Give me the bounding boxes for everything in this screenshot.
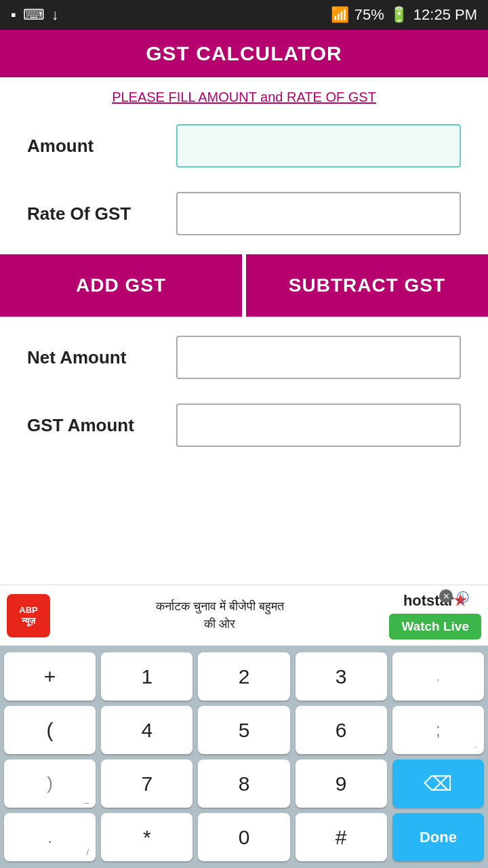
signal-strength: 75%	[354, 6, 384, 24]
wifi-icon: 📶	[331, 6, 349, 24]
key-1[interactable]: 1	[101, 652, 192, 701]
status-bar: ▪ ⌨ ↓ 📶 75% 🔋 12:25 PM	[0, 0, 488, 30]
ad-logo-line2: न्यूज़	[19, 616, 37, 627]
key-3[interactable]: 3	[296, 652, 387, 701]
key-6[interactable]: 6	[296, 706, 387, 754]
ad-info-icon[interactable]: ⓘ	[457, 589, 469, 606]
download-icon: ↓	[52, 6, 59, 24]
watch-live-button[interactable]: Watch Live	[389, 614, 481, 639]
key-7[interactable]: 7	[101, 760, 192, 808]
ad-banner: ABP न्यूज़ कर्नाटक चुनाव में बीजेपी बहुम…	[0, 585, 488, 646]
key-comma[interactable]: ,	[392, 652, 484, 701]
key-hash[interactable]: #	[296, 813, 387, 861]
key-period[interactable]: ./	[4, 813, 96, 861]
key-2[interactable]: 2	[198, 652, 289, 701]
amount-label: Amount	[27, 136, 176, 157]
status-left-icons: ▪ ⌨ ↓	[11, 6, 59, 24]
subtract-gst-button[interactable]: SUBTRACT GST	[246, 254, 488, 317]
action-buttons: ADD GST SUBTRACT GST	[0, 254, 488, 317]
key-semicolon[interactable]: ;.	[392, 706, 484, 754]
keyboard-icon: ⌨	[23, 6, 45, 24]
gst-amount-label: GST Amount	[27, 415, 176, 436]
key-asterisk[interactable]: *	[101, 813, 192, 861]
key-4[interactable]: 4	[101, 706, 192, 754]
gst-amount-row: GST Amount	[0, 391, 488, 459]
key-5[interactable]: 5	[198, 706, 289, 754]
status-right-info: 📶 75% 🔋 12:25 PM	[331, 6, 477, 24]
key-close-paren[interactable]: )_	[4, 760, 96, 808]
ad-close-button[interactable]: ✕	[439, 589, 453, 603]
instruction-text: PLEASE FILL AMOUNT and RATE OF GST	[0, 77, 488, 112]
gst-amount-input[interactable]	[176, 403, 461, 447]
time-display: 12:25 PM	[413, 6, 477, 24]
key-done[interactable]: Done	[392, 813, 484, 861]
ad-logo: ABP न्यूज़	[7, 594, 50, 637]
battery-icon: ▪	[11, 6, 16, 24]
key-8[interactable]: 8	[198, 760, 289, 808]
app-title: GST CALCULATOR	[0, 30, 488, 77]
main-content: PLEASE FILL AMOUNT and RATE OF GST Amoun…	[0, 77, 488, 585]
net-amount-row: Net Amount	[0, 323, 488, 391]
key-backspace[interactable]: ⌫	[392, 760, 484, 808]
ad-text: कर्नाटक चुनाव में बीजेपी बहुमत की ओर	[58, 598, 381, 632]
key-open-paren[interactable]: (	[4, 706, 96, 754]
key-0[interactable]: 0	[198, 813, 289, 861]
amount-row: Amount	[0, 112, 488, 180]
add-gst-button[interactable]: ADD GST	[0, 254, 242, 317]
rate-row: Rate Of GST	[0, 180, 488, 248]
key-9[interactable]: 9	[296, 760, 387, 808]
net-amount-input[interactable]	[176, 336, 461, 379]
keyboard: + 1 2 3 , ( 4 5 6 ;. )_ 7 8 9 ⌫ ./ * 0 #…	[0, 646, 488, 868]
rate-input[interactable]	[176, 192, 461, 235]
key-plus[interactable]: +	[4, 652, 96, 701]
battery-level-icon: 🔋	[390, 6, 408, 24]
rate-label: Rate Of GST	[27, 203, 176, 224]
ad-logo-line1: ABP	[19, 605, 37, 616]
net-amount-label: Net Amount	[27, 347, 176, 368]
amount-input[interactable]	[176, 124, 461, 167]
